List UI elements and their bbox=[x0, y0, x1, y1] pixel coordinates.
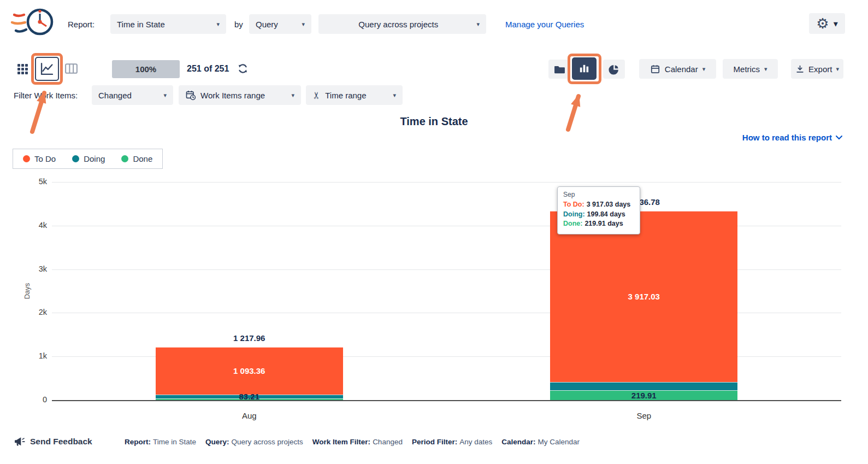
group-by-dropdown[interactable]: Query ▾ bbox=[249, 14, 311, 34]
export-dropdown[interactable]: Export ▾ bbox=[791, 59, 843, 79]
line-chart-icon bbox=[39, 61, 55, 77]
table-columns-icon bbox=[64, 62, 79, 75]
footer-summary-item: Work Item Filter:Changed bbox=[312, 438, 403, 446]
work-item-filter-value: Changed bbox=[98, 91, 132, 100]
footer-summary-item: Period Filter:Any dates bbox=[412, 438, 492, 446]
megaphone-icon bbox=[14, 436, 26, 448]
tooltip-title: Sep bbox=[563, 191, 634, 198]
footer-summary-item: Calendar:My Calendar bbox=[501, 438, 580, 446]
y-tick-label: 0 bbox=[14, 395, 47, 404]
bar-chart-icon bbox=[578, 62, 591, 75]
zoom-level-value: 100% bbox=[135, 64, 156, 74]
time-range-value: Time range bbox=[325, 91, 366, 100]
grid-icon bbox=[16, 62, 29, 75]
tooltip-series-value: 3 917.03 days bbox=[587, 200, 631, 210]
footer-summary-value: My Calendar bbox=[538, 438, 580, 446]
send-feedback-label: Send Feedback bbox=[30, 437, 92, 447]
calendar-icon bbox=[650, 64, 660, 74]
settings-button[interactable]: ⚙ ▾ bbox=[809, 13, 845, 34]
footer-summary-label: Report: bbox=[125, 438, 151, 446]
y-tick-label: 1k bbox=[14, 351, 47, 360]
segment-value-label: 219.91 bbox=[631, 391, 657, 400]
send-feedback-button[interactable]: Send Feedback bbox=[14, 436, 92, 448]
items-count: 251 of 251 bbox=[187, 64, 229, 74]
pie-chart-icon bbox=[609, 64, 619, 75]
time-range-dropdown[interactable]: ✂ Time range ▾ bbox=[306, 85, 403, 105]
footer-summary-label: Calendar: bbox=[501, 438, 535, 446]
tooltip-series-label: Doing: bbox=[563, 210, 585, 220]
metrics-dropdown[interactable]: Metrics ▾ bbox=[723, 59, 778, 79]
legend-dot-to-do bbox=[23, 155, 30, 162]
footer-summary-value: Any dates bbox=[459, 438, 492, 446]
table-view-button[interactable] bbox=[63, 61, 79, 75]
x-axis-line bbox=[52, 400, 841, 401]
bar-segment-doing[interactable]: 83.21 bbox=[156, 395, 343, 398]
chevron-down-icon: ▾ bbox=[163, 92, 167, 99]
calendar-clock-icon bbox=[185, 90, 196, 101]
legend-item-doing[interactable]: Doing bbox=[72, 154, 105, 163]
report-title: Time in State bbox=[0, 115, 868, 128]
bar-total-label: 1 217.96 bbox=[156, 333, 343, 343]
footer-summary-label: Period Filter: bbox=[412, 438, 457, 446]
chevron-down-icon bbox=[836, 136, 842, 140]
legend-label: Done bbox=[133, 154, 152, 163]
footer-summary: Report:Time in StateQuery:Query across p… bbox=[125, 438, 580, 446]
bar-segment-done[interactable]: 219.91 bbox=[550, 390, 737, 400]
query-dropdown[interactable]: Query across projects ▾ bbox=[318, 14, 486, 34]
y-tick-label: 5k bbox=[14, 177, 47, 186]
bar-aug[interactable]: 83.211 093.361 217.96 bbox=[156, 182, 343, 400]
bar-segment-to-do[interactable]: 1 093.36 bbox=[156, 347, 343, 395]
group-by-value: Query bbox=[256, 20, 278, 29]
report-type-dropdown[interactable]: Time in State ▾ bbox=[110, 14, 226, 34]
bar-segment-to-do[interactable]: 3 917.03 bbox=[550, 211, 737, 382]
footer-summary-item: Query:Query across projects bbox=[205, 438, 303, 446]
refresh-button[interactable] bbox=[237, 62, 249, 74]
chevron-down-icon: ▾ bbox=[291, 92, 294, 99]
legend-item-to-do[interactable]: To Do bbox=[23, 154, 56, 163]
footer-summary-value: Changed bbox=[373, 438, 403, 446]
calendar-dropdown[interactable]: Calendar ▾ bbox=[639, 59, 716, 79]
work-items-range-dropdown[interactable]: Work Items range ▾ bbox=[179, 85, 301, 105]
plot-area: 83.211 093.361 217.96Aug219.913 917.034 … bbox=[52, 182, 841, 400]
tooltip-series-label: Done: bbox=[563, 219, 582, 229]
gear-icon: ⚙ bbox=[816, 16, 829, 31]
how-to-read-link[interactable]: How to read this report bbox=[742, 133, 842, 142]
tooltip-row: Doing:199.84 days bbox=[563, 210, 634, 220]
footer-summary-label: Query: bbox=[205, 438, 229, 446]
chart-view-button[interactable] bbox=[35, 57, 59, 81]
filter-work-items-label: Filter Work Items: bbox=[14, 91, 78, 100]
work-item-filter-dropdown[interactable]: Changed ▾ bbox=[92, 85, 173, 105]
tooltip-row: Done:219.91 days bbox=[563, 219, 634, 229]
y-tick-label: 4k bbox=[14, 221, 47, 230]
chevron-down-icon: ▾ bbox=[702, 66, 706, 73]
zoom-level-button[interactable]: 100% bbox=[112, 60, 180, 78]
segment-value-label: 3 917.03 bbox=[628, 292, 660, 301]
chevron-down-icon: ▾ bbox=[764, 66, 767, 73]
app-logo bbox=[10, 5, 56, 43]
tooltip-series-label: To Do: bbox=[563, 200, 584, 210]
y-tick-label: 3k bbox=[14, 265, 47, 273]
report-type-value: Time in State bbox=[117, 20, 165, 29]
pie-chart-view-button[interactable] bbox=[603, 60, 625, 79]
segment-value-label: 83.21 bbox=[239, 392, 259, 401]
legend-item-done[interactable]: Done bbox=[121, 154, 152, 163]
bar-segment-doing[interactable] bbox=[550, 382, 737, 391]
tooltip-row: To Do:3 917.03 days bbox=[563, 200, 634, 210]
refresh-icon bbox=[237, 63, 249, 74]
grid-view-button[interactable] bbox=[15, 62, 29, 76]
chevron-down-icon: ▾ bbox=[834, 19, 838, 29]
folder-icon bbox=[554, 64, 565, 74]
export-button-label: Export bbox=[808, 64, 832, 74]
how-to-read-label: How to read this report bbox=[742, 133, 832, 142]
legend-dot-doing bbox=[72, 155, 79, 162]
query-value: Query across projects bbox=[325, 20, 471, 29]
footer-summary-value: Time in State bbox=[153, 438, 196, 446]
by-label: by bbox=[234, 20, 243, 29]
saved-reports-button[interactable] bbox=[548, 60, 570, 79]
manage-queries-link[interactable]: Manage your Queries bbox=[505, 20, 584, 29]
x-axis-label: Sep bbox=[611, 411, 677, 420]
legend-dot-done bbox=[121, 155, 128, 162]
bar-chart-view-button[interactable] bbox=[572, 57, 597, 80]
tooltip-series-value: 199.84 days bbox=[587, 210, 625, 220]
chevron-down-icon: ▾ bbox=[476, 21, 480, 28]
